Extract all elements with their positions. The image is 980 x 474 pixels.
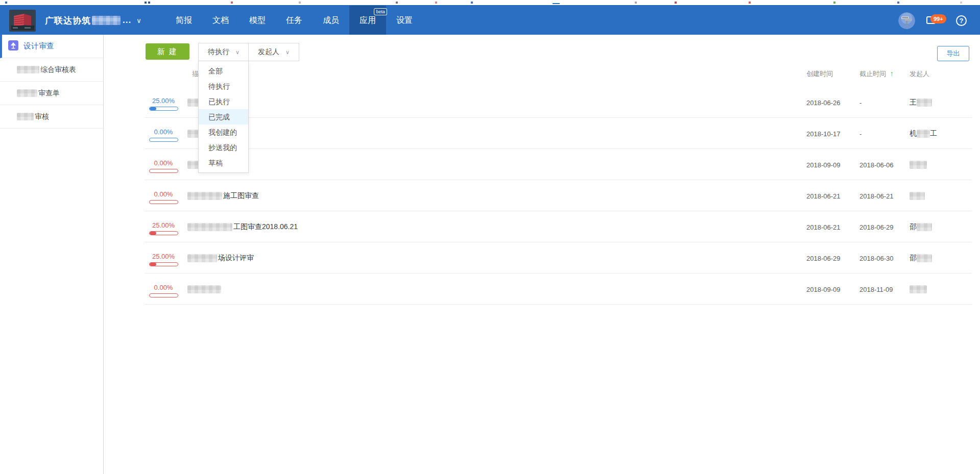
table-row[interactable]: 25.00% t 2018-06-26 - 王 bbox=[145, 87, 972, 118]
beta-badge: beta bbox=[374, 8, 387, 15]
sidebar-item-review-sheet[interactable]: 审查单 bbox=[0, 82, 103, 105]
artifact-fragment bbox=[231, 2, 233, 4]
tab-documents[interactable]: 文档 bbox=[202, 6, 239, 35]
tab-apps-active[interactable]: 应用 beta bbox=[349, 6, 386, 35]
progress-percent: 0.00% bbox=[148, 128, 179, 136]
redacted-block bbox=[17, 89, 37, 97]
deadline-date: 2018-11-09 bbox=[859, 286, 893, 293]
initiator-filter-dropdown[interactable]: 发起人 ∨ bbox=[248, 43, 299, 61]
redacted-block bbox=[187, 192, 222, 200]
review-name[interactable]: 工图审查2018.06.21 bbox=[187, 211, 298, 242]
new-button[interactable]: 新 建 bbox=[146, 43, 189, 60]
user-avatar[interactable] bbox=[898, 12, 915, 29]
progress-bar bbox=[149, 262, 178, 266]
table-row[interactable]: 25.00% 场设计评审 2018-06-29 2018-06-30 邵 bbox=[145, 242, 972, 273]
chevron-down-icon: ∨ bbox=[235, 49, 240, 56]
redacted-block bbox=[917, 254, 932, 262]
artifact-fragment bbox=[833, 2, 835, 4]
redacted-block bbox=[910, 161, 927, 169]
tab-briefing[interactable]: 简报 bbox=[165, 6, 202, 35]
col-initiator[interactable]: 发起人 bbox=[910, 69, 929, 79]
deadline-date: 2018-06-06 bbox=[859, 161, 894, 169]
sidebar-item-design-review[interactable]: 设计审查 bbox=[0, 35, 103, 58]
sidebar-item-label: 综合审核表 bbox=[40, 65, 76, 74]
deadline-date: - bbox=[859, 99, 862, 107]
initiator-name bbox=[910, 273, 927, 305]
menu-option-pending[interactable]: 待执行 bbox=[199, 79, 248, 94]
tab-members[interactable]: 成员 bbox=[313, 6, 349, 35]
menu-option-all[interactable]: 全部 bbox=[199, 63, 248, 79]
export-button[interactable]: 导出 bbox=[937, 46, 969, 61]
artifact-fragment bbox=[145, 2, 147, 4]
notifications-button[interactable]: 99+ bbox=[926, 14, 945, 27]
sidebar: 设计审查 综合审核表 审查单 审核 bbox=[0, 35, 104, 474]
review-name[interactable]: 场设计评审 bbox=[187, 242, 254, 273]
progress-bar bbox=[149, 138, 178, 142]
progress-cell: 25.00% bbox=[148, 221, 179, 235]
progress-percent: 0.00% bbox=[148, 284, 179, 291]
progress-percent: 0.00% bbox=[148, 190, 179, 198]
initiator-name: 邵 bbox=[910, 211, 932, 242]
menu-option-completed[interactable]: 已完成 bbox=[199, 109, 248, 124]
progress-percent: 25.00% bbox=[148, 97, 179, 105]
created-date: 2018-06-21 bbox=[806, 223, 841, 231]
created-date: 2018-06-21 bbox=[806, 192, 841, 200]
sort-up-icon: ↑ bbox=[890, 69, 894, 78]
table-row[interactable]: 0.00% 2018-10-17 - 机 工 bbox=[145, 118, 972, 149]
project-logo[interactable] bbox=[9, 10, 36, 32]
redacted-block bbox=[917, 98, 932, 107]
sidebar-item-label: 设计审查 bbox=[23, 41, 54, 51]
table-row[interactable]: 0.00% 2018-09-09 2018-06-06 bbox=[145, 149, 972, 180]
sidebar-item-label: 审查单 bbox=[38, 89, 60, 98]
table-row[interactable]: 0.00% 施工图审查 2018-06-21 2018-06-21 bbox=[145, 180, 972, 211]
progress-bar bbox=[149, 107, 178, 111]
menu-option-draft[interactable]: 草稿 bbox=[199, 155, 248, 170]
menu-option-cc-me[interactable]: 抄送我的 bbox=[199, 140, 248, 155]
title-ellipsis: ... bbox=[123, 15, 131, 26]
tab-models[interactable]: 模型 bbox=[239, 6, 276, 35]
progress-cell: 0.00% bbox=[148, 190, 179, 204]
artifact-fragment bbox=[148, 2, 150, 4]
artifact-fragment bbox=[396, 2, 398, 4]
main-content: 新 建 待执行 ∨ 发起人 ∨ 导出 全部 待执行 已执行 已完成 我创建的 抄… bbox=[104, 35, 980, 474]
initiator-name: 机 工 bbox=[910, 118, 937, 149]
artifact-fragment bbox=[675, 2, 677, 4]
deadline-date: 2018-06-21 bbox=[859, 192, 894, 200]
created-date: 2018-06-29 bbox=[806, 255, 841, 262]
progress-percent: 25.00% bbox=[148, 221, 179, 229]
redacted-block bbox=[917, 130, 930, 138]
tab-settings[interactable]: 设置 bbox=[386, 6, 423, 35]
menu-option-executed[interactable]: 已执行 bbox=[199, 94, 248, 109]
review-name[interactable]: 施工图审查 bbox=[187, 180, 259, 211]
redacted-block bbox=[17, 66, 39, 73]
main-nav: 简报 文档 模型 任务 成员 应用 beta 设置 bbox=[165, 6, 423, 35]
col-deadline[interactable]: 截止时间 ↑ bbox=[859, 69, 894, 79]
artifact-fragment bbox=[960, 2, 962, 4]
col-created[interactable]: 创建时间 bbox=[806, 69, 833, 79]
table-row[interactable]: 25.00% 工图审查2018.06.21 2018-06-21 2018-06… bbox=[145, 211, 972, 242]
artifact-fragment bbox=[749, 2, 751, 4]
help-icon[interactable]: ? bbox=[956, 15, 967, 26]
sidebar-item-audit[interactable]: 审核 bbox=[0, 105, 103, 129]
progress-cell: 25.00% bbox=[148, 253, 179, 266]
header-right-controls: 99+ ? bbox=[898, 6, 967, 35]
progress-percent: 0.00% bbox=[148, 159, 179, 167]
tab-tasks[interactable]: 任务 bbox=[276, 6, 313, 35]
status-filter-menu: 全部 待执行 已执行 已完成 我创建的 抄送我的 草稿 bbox=[198, 61, 249, 173]
sidebar-item-review-form[interactable]: 综合审核表 bbox=[0, 58, 103, 82]
project-title[interactable]: 广联达协筑 ... ∨ bbox=[45, 6, 142, 35]
progress-bar bbox=[149, 169, 178, 173]
redacted-block bbox=[17, 113, 34, 120]
review-name[interactable] bbox=[187, 273, 222, 305]
progress-bar bbox=[149, 293, 178, 297]
initiator-name bbox=[910, 149, 927, 180]
redacted-title-block bbox=[92, 16, 121, 25]
table-row[interactable]: 0.00% 2018-09-09 2018-11-09 bbox=[145, 273, 972, 305]
artifact-fragment bbox=[5, 2, 7, 4]
redacted-block bbox=[187, 285, 221, 293]
menu-option-created-by-me[interactable]: 我创建的 bbox=[199, 124, 248, 140]
status-filter-dropdown[interactable]: 待执行 ∨ bbox=[198, 43, 249, 61]
created-date: 2018-09-09 bbox=[806, 161, 841, 169]
table-header: 描述 创建时间 截止时间 ↑ 发起人 bbox=[145, 69, 972, 87]
artifact-fragment bbox=[299, 2, 301, 4]
